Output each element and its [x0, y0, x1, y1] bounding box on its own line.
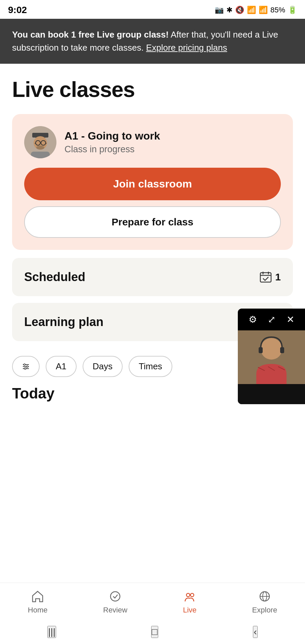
svg-rect-29: [259, 347, 263, 353]
bluetooth-icon: ✱: [226, 6, 232, 14]
main-content: Live classes: [0, 64, 305, 341]
calendar-icon: [260, 271, 272, 283]
widget-black-bar: [238, 384, 305, 404]
scheduled-badge: 1: [260, 271, 281, 283]
battery-icon: 🔋: [288, 6, 297, 14]
svg-rect-11: [260, 273, 271, 282]
filter-days-label: Days: [93, 361, 113, 372]
wifi-icon: 📶: [247, 6, 256, 14]
status-time: 9:02: [8, 5, 27, 15]
svg-point-18: [24, 364, 26, 365]
battery-label: 85%: [270, 6, 285, 14]
svg-point-9: [36, 146, 44, 150]
scheduled-section: Scheduled 1: [12, 258, 293, 296]
bottom-nav: Home Review Live Explore: [0, 583, 305, 620]
teacher-info: A1 - Going to work Class in progress: [64, 130, 160, 155]
filter-a1-label: A1: [56, 361, 67, 372]
filter-options-button[interactable]: [12, 356, 40, 377]
nav-explore-label: Explore: [252, 606, 277, 614]
nav-explore[interactable]: Explore: [252, 590, 277, 614]
nav-home[interactable]: Home: [28, 590, 48, 614]
mute-icon: 🔇: [235, 6, 244, 14]
scheduled-header: Scheduled 1: [24, 270, 281, 284]
nav-live-label: Live: [183, 606, 197, 614]
svg-rect-10: [31, 152, 50, 158]
widget-close-button[interactable]: ✕: [287, 314, 294, 325]
learning-plan-title: Learning plan: [24, 315, 103, 329]
svg-line-7: [35, 143, 36, 144]
system-nav: ||| □ ‹: [0, 620, 305, 644]
svg-rect-30: [280, 347, 284, 353]
live-class-card: A1 - Going to work Class in progress Joi…: [12, 114, 293, 250]
signal-icon: 📶: [259, 6, 268, 14]
filter-times-button[interactable]: Times: [129, 356, 172, 377]
prepare-for-class-button[interactable]: Prepare for class: [24, 206, 281, 238]
widget-expand-button[interactable]: ⤢: [268, 314, 275, 325]
svg-point-22: [186, 593, 190, 597]
home-button[interactable]: □: [151, 626, 158, 638]
widget-settings-button[interactable]: ⚙: [249, 314, 257, 325]
widget-video-feed: [238, 330, 305, 384]
banner-bold-text: You can book 1 free Live group class!: [12, 30, 169, 40]
status-bar: 9:02 📷 ✱ 🔇 📶 📶 85% 🔋: [0, 0, 305, 19]
status-icons: 📷 ✱ 🔇 📶 📶 85% 🔋: [215, 6, 297, 14]
floating-video-widget: ⚙ ⤢ ✕: [238, 309, 305, 404]
widget-controls: ⚙ ⤢ ✕: [238, 309, 305, 330]
class-status: Class in progress: [64, 144, 160, 155]
svg-point-23: [190, 593, 194, 597]
nav-review-label: Review: [103, 606, 127, 614]
promo-banner: You can book 1 free Live group class! Af…: [0, 19, 305, 64]
filter-icon: [22, 363, 30, 370]
svg-point-20: [25, 368, 26, 369]
svg-line-8: [46, 143, 46, 144]
join-classroom-button[interactable]: Join classroom: [24, 168, 281, 200]
svg-point-19: [27, 366, 28, 367]
svg-point-21: [111, 592, 120, 601]
home-icon: [31, 590, 44, 603]
teacher-avatar: [24, 126, 56, 158]
filter-times-label: Times: [139, 361, 162, 372]
svg-point-28: [261, 338, 282, 360]
camera-icon: 📷: [215, 6, 224, 14]
nav-home-label: Home: [28, 606, 48, 614]
filter-a1-button[interactable]: A1: [46, 356, 77, 377]
explore-icon: [258, 590, 271, 603]
review-icon: [108, 590, 122, 603]
back-button[interactable]: ‹: [253, 626, 257, 638]
nav-review[interactable]: Review: [103, 590, 127, 614]
scheduled-count: 1: [275, 271, 281, 283]
page-title: Live classes: [12, 77, 293, 102]
filter-days-button[interactable]: Days: [83, 356, 123, 377]
video-person-svg: [238, 330, 305, 384]
recent-apps-button[interactable]: |||: [47, 626, 56, 638]
pricing-plans-link[interactable]: Explore pricing plans: [146, 43, 227, 53]
nav-live[interactable]: Live: [183, 590, 197, 614]
scheduled-title: Scheduled: [24, 270, 85, 284]
video-person: [238, 330, 305, 384]
live-icon: [183, 590, 197, 603]
teacher-row: A1 - Going to work Class in progress: [24, 126, 281, 158]
class-name: A1 - Going to work: [64, 130, 160, 142]
